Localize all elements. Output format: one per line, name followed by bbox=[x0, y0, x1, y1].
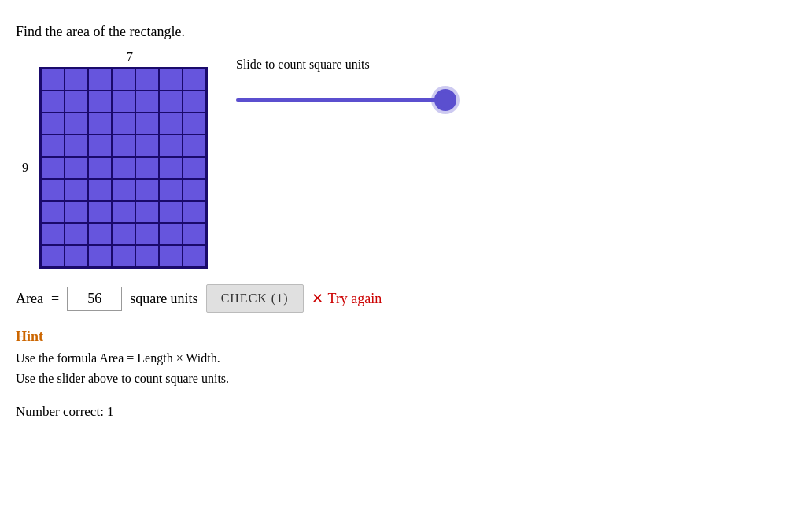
equals-sign: = bbox=[51, 291, 59, 307]
grid-cell bbox=[112, 201, 135, 223]
dimension-height: 9 bbox=[22, 161, 28, 175]
grid-cell bbox=[41, 113, 65, 135]
grid-cell bbox=[159, 113, 183, 135]
grid-cell bbox=[183, 223, 206, 245]
grid-cell bbox=[41, 201, 65, 223]
grid-cell bbox=[65, 223, 88, 245]
grid-cell bbox=[159, 201, 183, 223]
grid-cell bbox=[88, 201, 112, 223]
slider-wrapper[interactable] bbox=[236, 84, 456, 116]
grid-cell bbox=[65, 201, 88, 223]
grid-cell bbox=[135, 201, 159, 223]
grid-cell bbox=[41, 245, 65, 267]
grid-cell bbox=[88, 135, 112, 157]
grid-cell bbox=[112, 157, 135, 179]
x-icon: ✕ bbox=[312, 290, 323, 307]
grid-cell bbox=[65, 157, 88, 179]
grid-cell bbox=[65, 245, 88, 267]
try-again[interactable]: ✕ Try again bbox=[312, 290, 382, 307]
problem-title: Find the area of the rectangle. bbox=[16, 24, 796, 40]
area-label: Area bbox=[16, 291, 43, 307]
grid-cell bbox=[112, 223, 135, 245]
answer-row: Area = square units CHECK (1) ✕ Try agai… bbox=[16, 284, 796, 313]
area-input[interactable] bbox=[67, 287, 122, 311]
dimension-width: 7 bbox=[47, 50, 212, 64]
grid-cell bbox=[41, 157, 65, 179]
grid-cell bbox=[135, 157, 159, 179]
number-correct: Number correct: 1 bbox=[16, 404, 796, 420]
grid-cell bbox=[88, 245, 112, 267]
slider-section: Slide to count square units bbox=[236, 57, 456, 116]
grid-cell bbox=[159, 223, 183, 245]
hint-title: Hint bbox=[16, 328, 796, 345]
grid-cell bbox=[112, 69, 135, 91]
grid-cell bbox=[159, 179, 183, 201]
grid-cell bbox=[183, 245, 206, 267]
count-slider[interactable] bbox=[236, 98, 456, 102]
grid-cell bbox=[135, 245, 159, 267]
grid-cell bbox=[41, 179, 65, 201]
grid-cell bbox=[183, 113, 206, 135]
hint-line1: Use the formula Area = Length × Width. bbox=[16, 348, 796, 369]
grid-cell bbox=[112, 113, 135, 135]
grid-cell bbox=[41, 223, 65, 245]
grid-cell bbox=[135, 179, 159, 201]
grid-cell bbox=[183, 201, 206, 223]
grid-cell bbox=[65, 69, 88, 91]
grid-cell bbox=[112, 135, 135, 157]
grid-cell bbox=[159, 69, 183, 91]
grid-cell bbox=[159, 135, 183, 157]
diagram-area: 7 9 Slide to count square units bbox=[16, 50, 796, 269]
grid-cell bbox=[112, 179, 135, 201]
rectangle-grid bbox=[39, 67, 208, 269]
grid-cell bbox=[183, 91, 206, 113]
grid-cell bbox=[135, 223, 159, 245]
units-label: square units bbox=[130, 291, 197, 307]
grid-cell bbox=[135, 69, 159, 91]
grid-cell bbox=[135, 113, 159, 135]
grid-cell bbox=[159, 245, 183, 267]
grid-cell bbox=[135, 91, 159, 113]
grid-cell bbox=[183, 179, 206, 201]
grid-cell bbox=[135, 135, 159, 157]
slider-label: Slide to count square units bbox=[236, 57, 456, 72]
grid-cell bbox=[65, 113, 88, 135]
grid-cell bbox=[65, 135, 88, 157]
grid-cell bbox=[88, 179, 112, 201]
grid-cell bbox=[88, 113, 112, 135]
grid-cell bbox=[183, 157, 206, 179]
grid-cell bbox=[112, 91, 135, 113]
grid-cell bbox=[88, 69, 112, 91]
grid-cell bbox=[183, 69, 206, 91]
grid-cell bbox=[41, 69, 65, 91]
grid-cell bbox=[41, 91, 65, 113]
grid-cell bbox=[159, 157, 183, 179]
grid-cell bbox=[159, 91, 183, 113]
grid-cell bbox=[65, 91, 88, 113]
hint-section: Hint Use the formula Area = Length × Wid… bbox=[16, 328, 796, 388]
grid-cell bbox=[88, 91, 112, 113]
grid-cell bbox=[183, 135, 206, 157]
check-button[interactable]: CHECK (1) bbox=[206, 284, 304, 313]
grid-cell bbox=[88, 223, 112, 245]
grid-cell bbox=[88, 157, 112, 179]
grid-cell bbox=[112, 245, 135, 267]
grid-cell bbox=[65, 179, 88, 201]
try-again-label: Try again bbox=[328, 291, 382, 307]
hint-line2: Use the slider above to count square uni… bbox=[16, 369, 796, 389]
grid-cell bbox=[41, 135, 65, 157]
